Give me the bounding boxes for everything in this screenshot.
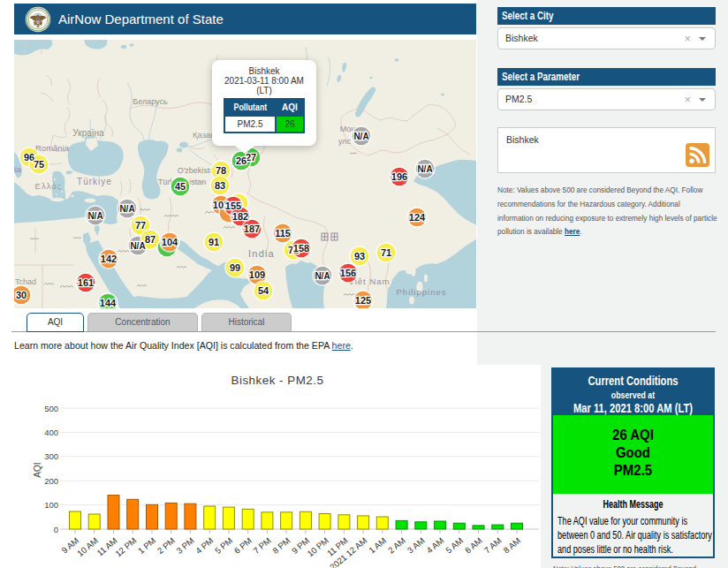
svg-text:196: 196 [391, 171, 407, 182]
svg-text:12 PM: 12 PM [113, 535, 138, 558]
svg-text:Italia: Italia [14, 165, 21, 174]
svg-text:93: 93 [354, 251, 365, 261]
svg-text:India: India [248, 248, 275, 259]
svg-text:156: 156 [340, 268, 356, 278]
svg-text:26: 26 [236, 155, 246, 166]
svg-text:N/A: N/A [130, 241, 145, 251]
svg-text:144: 144 [100, 298, 117, 308]
svg-text:155: 155 [225, 201, 241, 211]
svg-text:3 AM: 3 AM [406, 535, 427, 555]
svg-text:300: 300 [44, 451, 58, 461]
svg-text:Tchad: Tchad [15, 277, 36, 286]
svg-text:30: 30 [16, 290, 27, 300]
svg-text:4 PM: 4 PM [193, 535, 215, 556]
svg-text:10 PM: 10 PM [306, 535, 330, 558]
svg-text:142: 142 [101, 254, 117, 264]
svg-text:400: 400 [44, 428, 58, 437]
svg-text:99: 99 [230, 262, 240, 273]
svg-text:1 PM: 1 PM [136, 535, 157, 556]
svg-text:Philippines: Philippines [397, 287, 447, 297]
svg-text:N/A: N/A [417, 164, 432, 174]
svg-text:187: 187 [244, 223, 260, 234]
svg-text:AQI: AQI [33, 462, 42, 477]
svg-text:54: 54 [258, 285, 269, 296]
svg-text:7 AM: 7 AM [482, 535, 504, 555]
svg-text:Ελλάς: Ελλάς [35, 181, 63, 191]
svg-text:5 AM: 5 AM [444, 535, 465, 555]
svg-text:7 PM: 7 PM [251, 535, 272, 556]
svg-text:78: 78 [216, 165, 226, 176]
svg-text:158: 158 [293, 243, 309, 254]
svg-text:100: 100 [44, 500, 58, 510]
svg-text:5 PM: 5 PM [213, 535, 234, 556]
svg-text:6 PM: 6 PM [232, 535, 254, 556]
svg-text:0: 0 [54, 525, 58, 534]
svg-text:3 PM: 3 PM [174, 535, 195, 556]
svg-text:2 PM: 2 PM [155, 535, 177, 556]
svg-text:182: 182 [232, 211, 248, 222]
svg-text:6 AM: 6 AM [463, 535, 484, 555]
svg-text:1 AM: 1 AM [367, 535, 388, 555]
svg-text:România: România [35, 143, 70, 153]
svg-text:N/A: N/A [119, 204, 134, 214]
svg-text:4 AM: 4 AM [425, 535, 446, 555]
svg-text:83: 83 [215, 180, 225, 191]
svg-text:Bishkek - PM2.5: Bishkek - PM2.5 [231, 374, 324, 387]
svg-text:Türkiye: Türkiye [77, 177, 112, 186]
svg-text:N/A: N/A [87, 211, 102, 221]
svg-text:45: 45 [175, 181, 186, 192]
svg-text:8 PM: 8 PM [270, 535, 292, 556]
svg-text:115: 115 [275, 228, 291, 239]
svg-text:71: 71 [381, 247, 391, 258]
svg-text:91: 91 [209, 237, 219, 247]
svg-text:10 AM: 10 AM [75, 535, 100, 558]
svg-text:500: 500 [44, 404, 58, 413]
svg-text:125: 125 [355, 295, 371, 306]
svg-text:улс: улс [338, 137, 352, 146]
svg-text:Беларусь: Беларусь [133, 97, 168, 106]
svg-text:N/A: N/A [315, 271, 330, 281]
svg-text:75: 75 [34, 159, 44, 170]
svg-text:104: 104 [162, 237, 178, 247]
svg-text:8 AM: 8 AM [501, 535, 522, 555]
svg-text:109: 109 [249, 269, 265, 280]
svg-text:N/A: N/A [353, 132, 368, 141]
svg-text:87: 87 [145, 234, 155, 245]
svg-text:124: 124 [409, 212, 426, 223]
svg-text:77: 77 [135, 220, 146, 231]
svg-text:161: 161 [78, 277, 94, 288]
svg-text:Україна: Україна [72, 128, 104, 138]
svg-text:200: 200 [44, 476, 58, 486]
svg-text:2 AM: 2 AM [386, 535, 407, 555]
